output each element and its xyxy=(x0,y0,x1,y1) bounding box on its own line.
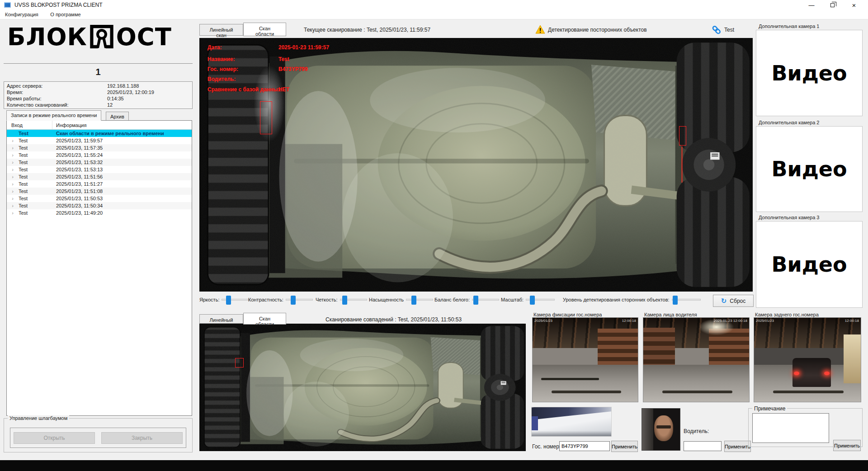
extra-camera-2-title: Дополнительная камера 2 xyxy=(759,120,819,125)
scan-counter: 1 xyxy=(4,67,193,77)
plate-crop-image xyxy=(531,407,612,437)
note-textarea[interactable] xyxy=(752,413,829,443)
tab-area-scan-bottom[interactable]: Скан области xyxy=(243,313,286,325)
menu-configuration[interactable]: Конфигурация xyxy=(0,10,43,19)
barrier-title: Управление шлагбаумом xyxy=(8,415,69,421)
driver-apply-button[interactable]: Применить xyxy=(724,441,751,452)
slider-handle[interactable] xyxy=(473,296,478,305)
slider-label: Четкость: xyxy=(316,297,338,302)
table-row[interactable]: ›Test2025/01/23, 11:53:13 xyxy=(7,166,192,173)
app-icon xyxy=(4,2,11,8)
saturation-slider[interactable] xyxy=(406,299,433,301)
row-info: 2025/01/23, 11:51:27 xyxy=(52,181,192,187)
server-info-panel: Адрес сервера:192.168.1.188 Время:2025/0… xyxy=(4,81,193,109)
barrier-close-button[interactable]: Закрыть xyxy=(101,432,183,444)
row-input: Test xyxy=(19,210,52,216)
video-placeholder: Видео xyxy=(771,252,847,277)
tab-area-scan-top[interactable]: Скан области xyxy=(243,23,286,36)
slider-label: Контрастность: xyxy=(248,297,283,302)
extra-camera-1-title: Дополнительная камера 1 xyxy=(759,24,819,29)
table-row[interactable]: ›Test2025/01/23, 11:55:24 xyxy=(7,151,192,159)
contrast-slider[interactable] xyxy=(286,299,313,301)
row-info: 2025/01/23, 11:55:24 xyxy=(52,152,192,158)
table-row[interactable]: ›Test2025/01/23, 11:51:56 xyxy=(7,173,192,180)
chevron-right-icon[interactable]: › xyxy=(7,174,19,179)
table-row[interactable]: ›Test2025/01/23, 11:59:57 xyxy=(7,137,192,144)
chevron-right-icon[interactable]: › xyxy=(7,188,19,194)
plate-number-input[interactable] xyxy=(559,441,610,451)
table-row[interactable]: ›Test2025/01/23, 11:51:27 xyxy=(7,180,192,188)
detection-box xyxy=(235,358,244,367)
plate-apply-button[interactable]: Применить xyxy=(611,441,638,452)
extra-camera-1-view: Видео xyxy=(756,30,863,116)
scale-slider[interactable] xyxy=(526,299,555,301)
main-scan-view[interactable]: Дата:2025-01-23 11:59:57 Название:Test Г… xyxy=(199,38,753,292)
slider-handle[interactable] xyxy=(342,296,347,305)
row-input: Test xyxy=(19,196,52,201)
tab-linear-scan-top[interactable]: Линейный скан xyxy=(199,24,243,36)
reset-button-label: Сброс xyxy=(730,298,745,304)
row-info: 2025/01/23, 11:53:32 xyxy=(52,160,192,165)
row-info: 2025/01/23, 11:57:35 xyxy=(52,145,192,151)
title-bar: UVSS BLOKPOST PRIZMA CLIENT — × xyxy=(0,0,868,10)
close-button[interactable]: × xyxy=(844,0,864,10)
chevron-right-icon[interactable]: › xyxy=(7,203,19,208)
bottom-bar xyxy=(0,460,868,471)
driver-camera-title: Камера лица водителя xyxy=(644,312,697,317)
reset-button[interactable]: ↻ Сброс xyxy=(713,295,754,307)
row-input: Test xyxy=(19,174,52,179)
tab-linear-scan-bottom[interactable]: Линейный скан xyxy=(199,314,243,324)
slider-handle[interactable] xyxy=(291,296,296,305)
overlay-value: 2025-01-23 11:59:57 xyxy=(278,44,329,51)
driver-camera-view: 2025-01-23 12:00:18 xyxy=(643,317,750,402)
chevron-right-icon[interactable]: › xyxy=(7,210,19,216)
column-header-input[interactable]: Вход xyxy=(7,121,52,129)
row-input: Test xyxy=(19,203,52,208)
slider-handle[interactable] xyxy=(530,296,535,305)
logo-text-right: ОСТ xyxy=(116,26,172,48)
driver-name-input[interactable] xyxy=(684,441,722,451)
overlay-label: Водитель: xyxy=(208,76,236,82)
menu-about[interactable]: О программе xyxy=(45,10,85,19)
tab-archive[interactable]: Архив xyxy=(106,112,129,121)
chevron-right-icon[interactable]: › xyxy=(7,196,19,201)
table-row[interactable]: ›Test2025/01/23, 11:57:35 xyxy=(7,144,192,151)
table-row[interactable]: ›Test2025/01/23, 11:51:08 xyxy=(7,188,192,195)
restore-button[interactable] xyxy=(822,0,843,10)
chevron-right-icon[interactable]: › xyxy=(7,152,19,158)
camera-timestamp: 2025-01-23 12:00:18 xyxy=(714,319,747,323)
sharpness-slider[interactable] xyxy=(340,299,367,301)
table-row[interactable]: ›Test2025/01/23, 11:50:34 xyxy=(7,202,192,209)
column-header-info[interactable]: Информация xyxy=(52,121,192,129)
application-window: UVSS BLOKPOST PRIZMA CLIENT — × Конфигур… xyxy=(0,0,868,471)
records-table: Вход Информация Test Скан области в режи… xyxy=(6,120,192,416)
chevron-right-icon[interactable]: › xyxy=(7,160,19,165)
slider-handle[interactable] xyxy=(411,296,416,305)
table-row[interactable]: ›Test2025/01/23, 11:49:20 xyxy=(7,209,192,217)
chevron-right-icon[interactable]: › xyxy=(7,138,19,143)
match-scan-view[interactable] xyxy=(199,324,526,451)
link-icon[interactable] xyxy=(712,25,722,34)
minimize-button[interactable]: — xyxy=(801,0,822,10)
rear-plate-camera-title: Камера заднего гос.номера xyxy=(755,312,819,317)
table-row[interactable]: ›Test2025/01/23, 11:53:32 xyxy=(7,159,192,166)
note-apply-button[interactable]: Применить xyxy=(833,440,861,451)
detection-box xyxy=(260,101,272,134)
tab-realtime-records[interactable]: Записи в режиме реального времени xyxy=(6,110,101,121)
chevron-right-icon[interactable]: › xyxy=(7,181,19,187)
brightness-slider[interactable] xyxy=(222,299,249,301)
camera-timestamp: 12:00:18 xyxy=(845,319,859,323)
barrier-open-button[interactable]: Открыть xyxy=(14,432,95,444)
camera-photo: 2025-01-23 12:00:18 xyxy=(643,318,749,402)
white-balance-slider[interactable] xyxy=(472,299,499,301)
table-row-selected[interactable]: Test Скан области в режиме реального вре… xyxy=(7,130,192,137)
detection-level-slider[interactable] xyxy=(672,299,701,301)
slider-handle[interactable] xyxy=(673,296,678,305)
table-row[interactable]: ›Test2025/01/23, 11:50:53 xyxy=(7,195,192,202)
car-silhouette xyxy=(793,358,831,386)
link-connection-label[interactable]: Test xyxy=(724,27,734,33)
chevron-right-icon[interactable]: › xyxy=(7,145,19,151)
row-info: 2025/01/23, 11:53:13 xyxy=(52,167,192,172)
slider-handle[interactable] xyxy=(226,296,231,305)
chevron-right-icon[interactable]: › xyxy=(7,167,19,172)
